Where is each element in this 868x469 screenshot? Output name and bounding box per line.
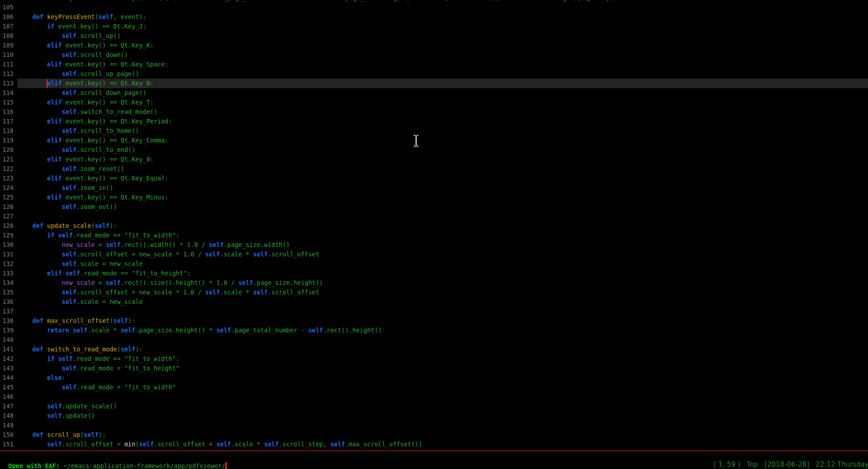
line-number: 138 [0,316,18,326]
line-number: 147 [0,402,18,411]
code-line-106[interactable]: 106 def keyPressEvent(self, event): [0,12,868,22]
code-line-120[interactable]: 120 self.scroll_to_end() [0,145,868,155]
clock: 22:12 Thursday [816,460,868,469]
code-line-151[interactable]: 151 self.scroll_offset = min(self.scroll… [0,440,868,449]
code-line-125[interactable]: 125 elif event.key() == Qt.Key_Minus: [0,193,868,202]
line-number: 108 [0,31,18,41]
line-number: 142 [0,354,18,364]
line-number: 131 [0,250,18,259]
date-badge: [2018-06-28] [764,460,809,469]
line-number: 121 [0,155,18,164]
code-line-113[interactable]: 113 elif event.key() == Qt.Key_B: [0,79,868,88]
line-number: 148 [0,411,18,421]
code-line-121[interactable]: 121 elif event.key() == Qt.Key_0: [0,155,868,164]
line-number: 140 [0,335,18,345]
code-line-127[interactable]: 127 [0,212,868,221]
code-line-137[interactable]: 137 [0,307,868,316]
line-number: 124 [0,183,18,193]
mouse-ibeam-cursor [412,134,420,147]
line-number: 106 [0,12,18,22]
code-line-135[interactable]: 135 self.scroll_offset = new_scale * 1.0… [0,288,868,297]
line-number: 127 [0,212,18,221]
line-number: 144 [0,373,18,383]
code-line-122[interactable]: 122 self.zoom_reset() [0,164,868,174]
code-line-142[interactable]: 142 if self.read_mode == "fit_to_width": [0,354,868,364]
code-line-146[interactable]: 146 [0,392,868,402]
code-line-133[interactable]: 133 elif self.read_mode == "fit_to_heigh… [0,269,868,278]
line-number: 107 [0,22,18,31]
code-line-147[interactable]: 147 self.update_scale() [0,402,868,411]
code-line-128[interactable]: 128 def update_scale(self): [0,221,868,231]
code-line-149[interactable]: 149 [0,421,868,430]
code-line-132[interactable]: 132 self.scale = new_scale [0,259,868,269]
line-number: 136 [0,297,18,307]
line-number: 116 [0,107,18,117]
line-number: 134 [0,278,18,288]
code-line-134[interactable]: 134 new_scale = self.rect().size().heigh… [0,278,868,288]
minibuffer-prompt: Open with EAF: [8,462,63,469]
point-cursor [47,79,48,88]
mode-line-divider [0,450,868,451]
line-number: 119 [0,136,18,145]
code-line-136[interactable]: 136 self.scale = new_scale [0,297,868,307]
status-tray: ( 1, 59 )Top[2018-06-28]22:12 Thursday [707,460,868,469]
code-line-112[interactable]: 112 self.scroll_up_page() [0,69,868,79]
code-line-105[interactable]: 105 [0,3,868,12]
code-line-123[interactable]: 123 elif event.key() == Qt.Key_Equal: [0,174,868,183]
code-line-143[interactable]: 143 self.read_mode = "fit_to_height" [0,364,868,373]
line-number: 117 [0,117,18,126]
code-line-118[interactable]: 118 self.scroll_to_home() [0,126,868,136]
line-number: 115 [0,98,18,107]
code-line-131[interactable]: 131 self.scroll_offset = new_scale * 1.0… [0,250,868,259]
code-line-115[interactable]: 115 elif event.key() == Qt.Key_T: [0,98,868,107]
line-number: 109 [0,41,18,50]
code-line-141[interactable]: 141 def switch_to_read_mode(self): [0,345,868,354]
line-number: 150 [0,430,18,440]
line-number: 132 [0,259,18,269]
scroll-indicator: Top [747,460,758,469]
line-number: 120 [0,145,18,155]
line-number: 145 [0,383,18,392]
code-line-139[interactable]: 139 return self.scale * self.page_size.h… [0,326,868,335]
line-number: 110 [0,50,18,60]
code-line-119[interactable]: 119 elif event.key() == Qt.Key_Comma: [0,136,868,145]
minibuffer-input[interactable]: ~/emacs-application-framework/app/pdfvie… [63,462,225,469]
line-number: 137 [0,307,18,316]
code-line-138[interactable]: 138 def max_scroll_offset(self): [0,316,868,326]
text-cursor [225,462,227,469]
code-line-109[interactable]: 109 elif event.key() == Qt.Key_K: [0,41,868,50]
line-number: 143 [0,364,18,373]
code-line-150[interactable]: 150 def scroll_up(self): [0,430,868,440]
code-line-111[interactable]: 111 elif event.key() == Qt.Key_Space: [0,60,868,69]
line-number: 105 [0,3,18,12]
code-line-129[interactable]: 129 if self.read_mode == "fit_to_width": [0,231,868,240]
line-number: 123 [0,174,18,183]
line-number: 135 [0,288,18,297]
line-number: 151 [0,440,18,449]
code-line-116[interactable]: 116 self.switch_to_read_mode() [0,107,868,117]
line-number: 112 [0,69,18,79]
code-line-145[interactable]: 145 self.read_mode = "fit_to_width" [0,383,868,392]
minibuffer[interactable]: Open with EAF: ~/emacs-application-frame… [1,452,227,461]
code-line-130[interactable]: 130 new_scale = self.rect().width() * 1.… [0,240,868,250]
code-line-107[interactable]: 107 if event.key() == Qt.Key_J: [0,22,868,31]
code-line-117[interactable]: 117 elif event.key() == Qt.Key_Period: [0,117,868,126]
code-line-126[interactable]: 126 self.zoom_out() [0,202,868,212]
code-buffer[interactable]: painter.drawPixmap(QRect(0, (index - sta… [0,0,868,449]
line-number: 125 [0,193,18,202]
code-line-140[interactable]: 140 [0,335,868,345]
line-number: 126 [0,202,18,212]
code-line-144[interactable]: 144 else: [0,373,868,383]
line-number: 118 [0,126,18,136]
line-number: 133 [0,269,18,278]
code-line-148[interactable]: 148 self.update() [0,411,868,421]
line-number: 141 [0,345,18,354]
code-line-114[interactable]: 114 self.scroll_down_page() [0,88,868,98]
cursor-position: ( 1, 59 ) [714,460,740,469]
line-number: 130 [0,240,18,250]
code-line-110[interactable]: 110 self.scroll_down() [0,50,868,60]
line-number: 129 [0,231,18,240]
line-number: 128 [0,221,18,231]
code-line-124[interactable]: 124 self.zoom_in() [0,183,868,193]
code-line-108[interactable]: 108 self.scroll_up() [0,31,868,41]
